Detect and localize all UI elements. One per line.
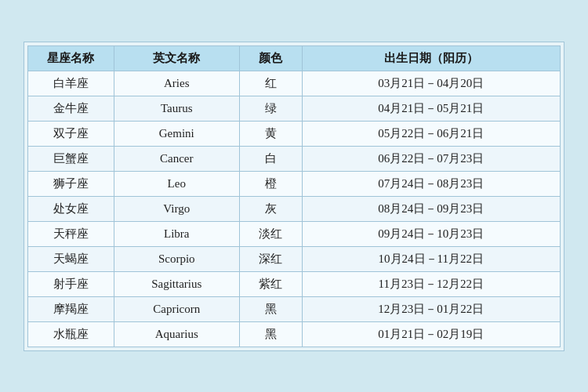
zodiac-table-container: 星座名称 英文名称 颜色 出生日期（阳历） 白羊座Aries红03月21日－04… [24,42,564,351]
table-row: 摩羯座Capricorn黑12月23日－01月22日 [28,296,561,321]
cell-date: 01月21日－02月19日 [302,321,560,347]
cell-english: Gemini [114,121,239,146]
cell-date: 07月24日－08月23日 [302,171,560,196]
header-chinese: 星座名称 [28,45,114,71]
cell-color: 黄 [239,121,302,146]
cell-date: 10月24日－11月22日 [302,246,560,271]
cell-english: Capricorn [114,296,239,321]
cell-chinese: 处女座 [28,196,114,221]
cell-english: Libra [114,221,239,246]
table-row: 白羊座Aries红03月21日－04月20日 [28,71,561,96]
header-date: 出生日期（阳历） [302,45,560,71]
cell-color: 绿 [239,96,302,121]
cell-date: 06月22日－07月23日 [302,146,560,171]
table-row: 天秤座Libra淡红09月24日－10月23日 [28,221,561,246]
cell-english: Aries [114,71,239,96]
cell-english: Leo [114,171,239,196]
table-row: 双子座Gemini黄05月22日－06月21日 [28,121,561,146]
cell-color: 黑 [239,296,302,321]
cell-chinese: 摩羯座 [28,296,114,321]
header-color: 颜色 [239,45,302,71]
cell-english: Sagittarius [114,271,239,296]
cell-chinese: 双子座 [28,121,114,146]
cell-color: 黑 [239,321,302,347]
cell-date: 09月24日－10月23日 [302,221,560,246]
cell-chinese: 白羊座 [28,71,114,96]
cell-english: Scorpio [114,246,239,271]
cell-color: 淡红 [239,221,302,246]
cell-date: 08月24日－09月23日 [302,196,560,221]
table-row: 天蝎座Scorpio深红10月24日－11月22日 [28,246,561,271]
cell-chinese: 天秤座 [28,221,114,246]
table-header-row: 星座名称 英文名称 颜色 出生日期（阳历） [28,45,561,71]
cell-date: 05月22日－06月21日 [302,121,560,146]
table-row: 金牛座Taurus绿04月21日－05月21日 [28,96,561,121]
table-row: 射手座Sagittarius紫红11月23日－12月22日 [28,271,561,296]
table-row: 狮子座Leo橙07月24日－08月23日 [28,171,561,196]
cell-date: 12月23日－01月22日 [302,296,560,321]
cell-date: 11月23日－12月22日 [302,271,560,296]
cell-color: 白 [239,146,302,171]
cell-english: Virgo [114,196,239,221]
header-english: 英文名称 [114,45,239,71]
cell-color: 橙 [239,171,302,196]
cell-chinese: 巨蟹座 [28,146,114,171]
table-row: 处女座Virgo灰08月24日－09月23日 [28,196,561,221]
cell-color: 灰 [239,196,302,221]
cell-chinese: 水瓶座 [28,321,114,347]
cell-english: Aquarius [114,321,239,347]
cell-color: 红 [239,71,302,96]
cell-chinese: 天蝎座 [28,246,114,271]
zodiac-table: 星座名称 英文名称 颜色 出生日期（阳历） 白羊座Aries红03月21日－04… [27,45,561,347]
cell-color: 深红 [239,246,302,271]
cell-chinese: 射手座 [28,271,114,296]
table-row: 巨蟹座Cancer白06月22日－07月23日 [28,146,561,171]
cell-chinese: 金牛座 [28,96,114,121]
table-row: 水瓶座Aquarius黑01月21日－02月19日 [28,321,561,347]
cell-english: Taurus [114,96,239,121]
cell-date: 03月21日－04月20日 [302,71,560,96]
table-body: 白羊座Aries红03月21日－04月20日金牛座Taurus绿04月21日－0… [28,71,561,347]
cell-english: Cancer [114,146,239,171]
cell-chinese: 狮子座 [28,171,114,196]
cell-date: 04月21日－05月21日 [302,96,560,121]
cell-color: 紫红 [239,271,302,296]
